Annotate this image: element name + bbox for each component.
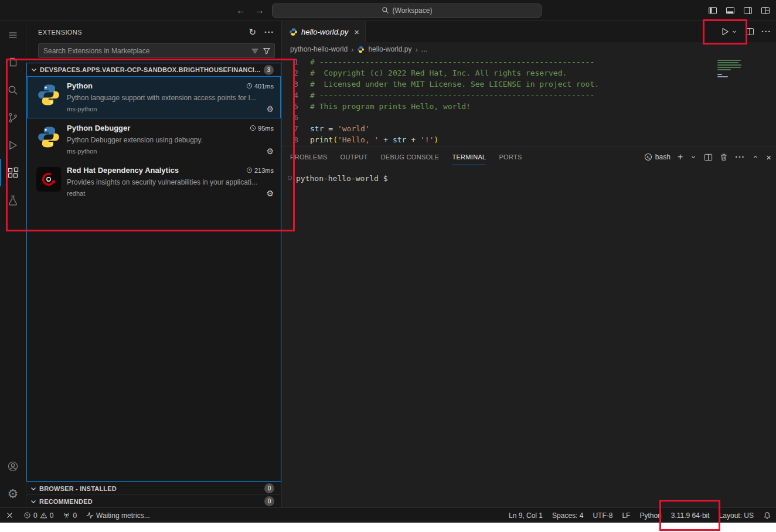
extensions-sidebar: EXTENSIONS ↻ ··· [26, 21, 282, 507]
code-editor[interactable]: 1# -------------------------------------… [282, 56, 776, 146]
title-bar: ← → (Workspace) [0, 0, 776, 21]
kill-terminal-trash-icon[interactable] [720, 153, 728, 161]
extensions-icon[interactable] [0, 159, 26, 186]
python-interpreter-status[interactable]: 3.11.9 64-bit [666, 508, 714, 523]
toggle-panel-icon[interactable] [726, 6, 735, 15]
extensions-search-input[interactable] [43, 47, 251, 55]
panel-actions: bash + ··· × [644, 152, 771, 162]
manage-gear-icon[interactable]: ⚙ [266, 189, 274, 197]
close-panel-icon[interactable]: × [766, 152, 771, 162]
remote-indicator[interactable] [0, 508, 19, 523]
section-label: DEVSPACES.APPS.VADER-OCP-SANDBOX.BRIGHTH… [40, 66, 263, 73]
vscode-window: ← → (Workspace) [0, 0, 776, 532]
python-icon [289, 28, 298, 36]
run-debug-icon[interactable] [0, 131, 26, 159]
code-line[interactable]: 1# -------------------------------------… [282, 56, 776, 67]
manage-gear-icon[interactable]: ⚙ [266, 147, 274, 155]
tab-output[interactable]: OUTPUT [341, 149, 368, 165]
run-icon [720, 27, 730, 36]
ports-status[interactable]: 0 [58, 508, 81, 523]
back-arrow[interactable]: ← [234, 5, 247, 16]
code-line[interactable]: 4# -------------------------------------… [282, 90, 776, 101]
split-terminal-icon[interactable] [704, 153, 713, 162]
code-line[interactable]: 6 [282, 112, 776, 123]
shell-selector[interactable]: bash [644, 153, 671, 161]
customize-layout-icon[interactable] [761, 6, 770, 15]
bottom-panel: PROBLEMS OUTPUT DEBUG CONSOLE TERMINAL P… [282, 146, 776, 507]
tab-debug-console[interactable]: DEBUG CONSOLE [381, 149, 440, 165]
extension-item-redhat-dependency-analytics[interactable]: Red Hat Dependency Analytics 213ms Provi… [27, 161, 281, 203]
run-button[interactable] [720, 27, 738, 36]
activation-time-value: 213ms [254, 167, 274, 174]
command-center[interactable]: (Workspace) [272, 4, 542, 18]
clock-icon [246, 167, 253, 173]
extension-item-python[interactable]: Python 401ms Python language support wit… [27, 76, 281, 118]
notifications-bell-icon[interactable] [758, 508, 776, 523]
tab-problems[interactable]: PROBLEMS [290, 149, 328, 165]
toggle-primary-sidebar-icon[interactable] [708, 6, 717, 15]
section-browser-installed[interactable]: BROWSER - INSTALLED 0 [26, 482, 281, 495]
minimap[interactable] [717, 60, 742, 77]
editor-more-actions-icon[interactable]: ··· [761, 27, 771, 36]
panel-more-actions-icon[interactable]: ··· [735, 152, 745, 162]
code-line[interactable]: 3# Licensed under the MIT License. See L… [282, 79, 776, 90]
filter-funnel-icon[interactable] [263, 47, 271, 55]
extension-description: Python language support with extension a… [67, 94, 274, 102]
pulse-icon [86, 511, 94, 519]
encoding-status[interactable]: UTF-8 [588, 508, 617, 523]
more-actions-icon[interactable]: ··· [264, 28, 274, 37]
tab-terminal[interactable]: TERMINAL [452, 149, 486, 165]
cursor-position-status[interactable]: Ln 9, Col 1 [504, 508, 547, 523]
menu-icon[interactable] [0, 21, 26, 49]
run-dropdown-chevron-icon[interactable] [731, 28, 738, 35]
tab-close-icon[interactable]: × [354, 27, 359, 37]
breadcrumb-separator: › [415, 45, 417, 54]
terminal-body[interactable]: python-hello-world $ [282, 167, 776, 507]
maximize-panel-chevron-icon[interactable] [752, 154, 759, 161]
extension-item-python-debugger[interactable]: Python Debugger 95ms Python Debugger ext… [27, 118, 281, 161]
extensions-section-header[interactable]: DEVSPACES.APPS.VADER-OCP-SANDBOX.BRIGHTH… [27, 63, 281, 76]
problems-status[interactable]: 0 0 [19, 508, 58, 523]
shell-label: bash [655, 153, 671, 161]
code-line[interactable]: 2# Copyright (c) 2022 Red Hat, Inc. All … [282, 67, 776, 79]
refresh-icon[interactable]: ↻ [249, 27, 256, 37]
source-control-icon[interactable] [0, 104, 26, 131]
command-decoration-icon[interactable] [287, 175, 292, 180]
keyboard-layout-status[interactable]: Layout: US [714, 508, 758, 523]
code-line[interactable]: 5# This program prints Hello, world! [282, 101, 776, 112]
error-count: 0 [33, 511, 38, 520]
filter-list-icon[interactable] [251, 47, 259, 55]
eol-status[interactable]: LF [617, 508, 635, 523]
forward-arrow[interactable]: → [253, 5, 266, 16]
warning-count: 0 [50, 511, 54, 520]
manage-gear-icon[interactable]: ⚙ [266, 105, 274, 113]
chevron-down-icon [29, 497, 38, 506]
warning-icon [40, 511, 47, 519]
language-status[interactable]: Python [635, 508, 666, 523]
breadcrumb-tail[interactable]: ... [421, 45, 427, 53]
breadcrumb-file[interactable]: hello-world.py [368, 45, 411, 53]
explorer-icon[interactable] [0, 49, 26, 76]
split-editor-icon[interactable] [745, 27, 754, 36]
tab-ports[interactable]: PORTS [499, 149, 522, 165]
code-line[interactable]: 8print('Hello, ' + str + '!') [282, 134, 776, 145]
tab-hello-world-py[interactable]: hello-world.py × [282, 21, 366, 42]
new-terminal-icon[interactable]: + [678, 152, 683, 162]
account-icon[interactable] [0, 452, 26, 480]
section-recommended[interactable]: RECOMMENDED 0 [26, 495, 281, 507]
settings-gear-icon[interactable]: ⚙ [0, 480, 26, 507]
search-icon [382, 6, 389, 14]
toggle-secondary-sidebar-icon[interactable] [743, 6, 753, 15]
activation-time: 95ms [250, 125, 274, 132]
terminal-dropdown-chevron-icon[interactable] [690, 154, 697, 161]
metrics-status[interactable]: Waiting metrics... [81, 508, 155, 523]
indentation-status[interactable]: Spaces: 4 [547, 508, 588, 523]
code-line[interactable]: 7str = 'world' [282, 123, 776, 134]
testing-icon[interactable] [0, 186, 26, 214]
search-icon[interactable] [0, 76, 26, 104]
command-center-label: (Workspace) [393, 6, 433, 15]
chevron-down-icon [29, 65, 39, 74]
breadcrumb-folder[interactable]: python-hello-world [290, 45, 348, 53]
activation-time: 401ms [246, 83, 274, 90]
extension-publisher: redhat [67, 190, 85, 197]
